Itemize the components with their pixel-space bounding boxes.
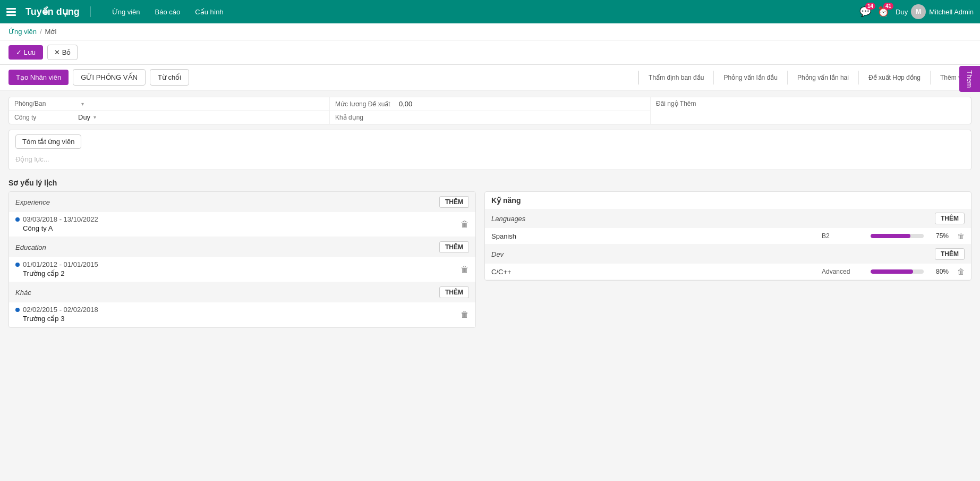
topnav-right: 💬 14 ⏰ 41 Duy M Mitchell Admin	[859, 4, 974, 19]
other-item-0-dot	[15, 308, 20, 312]
right-fields: Mức lương Đề xuất 0,00 Khả dụng	[330, 97, 651, 124]
summary-button[interactable]: Tóm tắt ứng viên	[15, 134, 81, 149]
user-menu[interactable]: Duy M Mitchell Admin	[896, 4, 974, 19]
other-item-0-name: Trường cấp 3	[23, 315, 469, 323]
save-discard-bar: ✓ Lưu ✕ Bỏ	[0, 40, 980, 65]
available-label: Khả dụng	[335, 114, 399, 121]
skill-spanish-pct: 75%	[930, 232, 949, 240]
activity-badge[interactable]: ⏰ 41	[877, 6, 889, 18]
education-item-0-name: Trường cấp 2	[23, 269, 469, 277]
education-item-0-dot	[15, 263, 20, 267]
benefits-area: Đãi ngộ Thêm	[651, 97, 971, 124]
department-field[interactable]: ▾	[78, 101, 324, 107]
discard-button[interactable]: ✕ Bỏ	[47, 45, 78, 60]
benefits-row: Đãi ngộ Thêm	[651, 97, 971, 110]
breadcrumb-current: Mới	[45, 28, 57, 36]
menu-item-applicants[interactable]: Ứng viên	[106, 5, 147, 19]
company-dropdown-icon: ▾	[93, 114, 96, 120]
skills-column: Kỹ năng Languages THÊM Spanish B2 75% 🗑	[484, 191, 972, 328]
dev-label: Dev	[491, 250, 504, 258]
dev-add-button[interactable]: THÊM	[935, 248, 965, 260]
main-content: Phòng/Ban ▾ Công ty Duy ▾ Mức	[0, 90, 980, 465]
skills-section: Kỹ năng Languages THÊM Spanish B2 75% 🗑	[484, 191, 972, 281]
status-tabs: Thẩm định ban đầu Phỏng vấn lần đầu Phỏn…	[638, 71, 972, 85]
save-button[interactable]: ✓ Lưu	[8, 45, 43, 60]
education-label: Education	[15, 243, 46, 251]
left-fields: Phòng/Ban ▾ Công ty Duy ▾	[9, 97, 330, 124]
status-tab-initial[interactable]: Thẩm định ban đầu	[638, 71, 714, 85]
breadcrumb-parent[interactable]: Ứng viên	[8, 28, 37, 36]
skill-cpp-name: C/C++	[491, 268, 815, 276]
experience-item-0-dot	[15, 217, 20, 222]
skill-spanish-bar-wrap	[871, 234, 924, 238]
top-form: Phòng/Ban ▾ Công ty Duy ▾ Mức	[8, 97, 972, 124]
other-add-button[interactable]: THÊM	[439, 286, 469, 298]
nav-divider	[90, 6, 91, 17]
salary-label: Mức lương Đề xuất	[335, 100, 399, 108]
send-interview-button[interactable]: GỬI PHỎNG VẤN	[73, 69, 146, 86]
other-label: Khác	[15, 289, 31, 297]
resume-table: Experience THÊM 03/03/2018 - 13/10/2022 …	[8, 191, 476, 328]
status-tab-contract[interactable]: Đề xuất Hợp đồng	[859, 71, 931, 85]
resume-section-title: Sơ yếu lý lịch	[8, 179, 972, 187]
benefits-label: Đãi ngộ Thêm	[656, 100, 720, 107]
resume-skills-columns: Experience THÊM 03/03/2018 - 13/10/2022 …	[8, 191, 972, 328]
other-item-0-date: 02/02/2015 - 02/02/2018	[15, 306, 469, 314]
experience-item-0-date: 03/03/2018 - 13/10/2022	[15, 215, 469, 223]
resume-column: Experience THÊM 03/03/2018 - 13/10/2022 …	[8, 191, 476, 328]
experience-add-button[interactable]: THÊM	[439, 196, 469, 208]
status-tab-first-interview[interactable]: Phỏng vấn lần đầu	[714, 71, 787, 85]
department-dropdown-icon: ▾	[81, 101, 84, 107]
experience-item-0-name: Công ty A	[23, 224, 469, 232]
form-fields-row: Phòng/Ban ▾ Công ty Duy ▾ Mức	[9, 97, 971, 124]
languages-label: Languages	[491, 215, 525, 223]
user-duy: Duy	[896, 8, 908, 16]
chat-badge[interactable]: 💬 14	[859, 6, 871, 18]
dev-header: Dev THÊM	[485, 244, 971, 264]
experience-item-0-delete[interactable]: 🗑	[461, 220, 469, 229]
grid-menu-icon[interactable]	[6, 6, 17, 17]
education-item-0: 01/01/2012 - 01/01/2015 Trường cấp 2 🗑	[9, 257, 475, 282]
skill-spanish-name: Spanish	[491, 232, 815, 240]
company-label: Công ty	[14, 114, 78, 121]
breadcrumb: Ứng viên / Mới	[0, 23, 980, 40]
education-add-button[interactable]: THÊM	[439, 241, 469, 253]
skill-spanish-level: B2	[822, 232, 864, 240]
languages-add-button[interactable]: THÊM	[935, 213, 965, 224]
languages-header: Languages THÊM	[485, 209, 971, 228]
top-menu: Ứng viên Báo cáo Cấu hình	[106, 5, 230, 19]
skills-title: Kỹ năng	[485, 192, 971, 209]
create-employee-button[interactable]: Tạo Nhân viên	[8, 70, 69, 85]
motivation-placeholder[interactable]: Động lực...	[15, 153, 965, 165]
menu-item-config[interactable]: Cấu hình	[189, 5, 230, 19]
education-item-0-date: 01/01/2012 - 01/01/2015	[15, 260, 469, 268]
chat-count: 14	[865, 3, 875, 10]
experience-item-0: 03/03/2018 - 13/10/2022 Công ty A 🗑	[9, 212, 475, 237]
skill-cpp-pct: 80%	[930, 268, 949, 275]
company-field[interactable]: Duy ▾	[78, 113, 324, 121]
other-header: Khác THÊM	[9, 282, 475, 302]
experience-label: Experience	[15, 198, 50, 206]
skill-spanish-delete[interactable]: 🗑	[957, 232, 965, 240]
app-brand: Tuyển dụng	[25, 6, 80, 18]
skill-cpp-delete[interactable]: 🗑	[957, 267, 965, 276]
other-item-0-delete[interactable]: 🗑	[461, 310, 469, 319]
skill-cpp: C/C++ Advanced 80% 🗑	[485, 264, 971, 280]
skill-cpp-bar	[871, 269, 913, 274]
theme-button[interactable]: Them	[959, 66, 980, 92]
action-status-bar: Tạo Nhân viên GỬI PHỎNG VẤN Từ chối Thẩm…	[0, 65, 980, 90]
salary-row: Mức lương Đề xuất 0,00	[330, 97, 650, 111]
top-navigation: Tuyển dụng Ứng viên Báo cáo Cấu hình 💬 1…	[0, 0, 980, 23]
status-tab-second-interview[interactable]: Phỏng vấn lần hai	[788, 71, 859, 85]
avatar: M	[911, 4, 926, 19]
department-label: Phòng/Ban	[14, 100, 78, 107]
activity-count: 41	[883, 3, 893, 10]
summary-section: Tóm tắt ứng viên Động lực...	[8, 130, 972, 170]
education-item-0-delete[interactable]: 🗑	[461, 265, 469, 274]
experience-header: Experience THÊM	[9, 192, 475, 212]
menu-item-reports[interactable]: Báo cáo	[149, 5, 187, 19]
salary-field[interactable]: 0,00	[399, 100, 645, 108]
skill-cpp-bar-wrap	[871, 269, 924, 274]
reject-button[interactable]: Từ chối	[150, 69, 189, 86]
admin-name: Mitchell Admin	[929, 8, 974, 16]
